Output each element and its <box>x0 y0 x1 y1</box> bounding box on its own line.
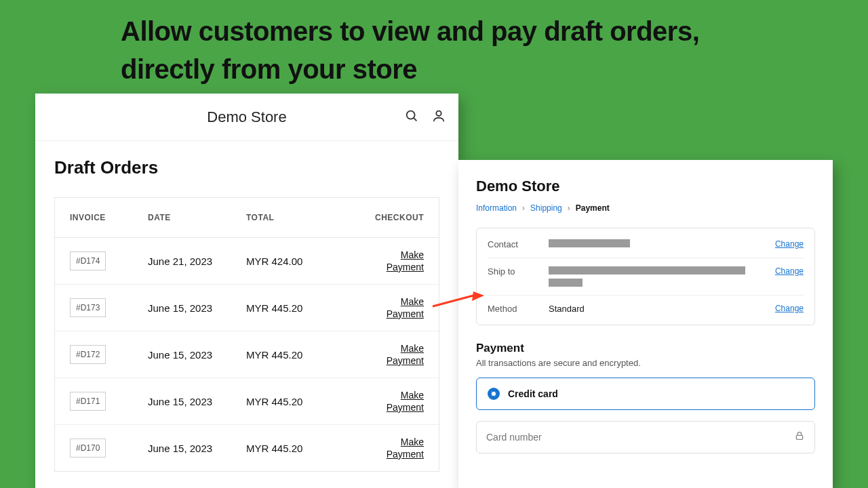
card-number-field[interactable] <box>476 421 815 453</box>
table-row: #D174 June 21, 2023 MYR 424.00 Make Paym… <box>55 238 439 285</box>
order-total: MYR 445.20 <box>246 443 361 454</box>
change-contact-link[interactable]: Change <box>763 239 804 249</box>
table-row: #D170 June 15, 2023 MYR 445.20 Make Paym… <box>55 425 439 471</box>
order-total: MYR 424.00 <box>246 256 361 267</box>
svg-line-1 <box>414 118 416 121</box>
table-row: #D171 June 15, 2023 MYR 445.20 Make Paym… <box>55 378 439 425</box>
make-payment-link[interactable]: Make Payment <box>387 296 424 319</box>
payment-method-label: Credit card <box>508 388 558 399</box>
payment-subheading: All transactions are secure and encrypte… <box>476 358 815 368</box>
table-row: #D172 June 15, 2023 MYR 445.20 Make Paym… <box>55 331 439 378</box>
redacted-contact <box>549 239 757 247</box>
summary-row-method: Method Standard Change <box>488 296 804 322</box>
change-shipto-link[interactable]: Change <box>763 266 804 276</box>
invoice-badge: #D170 <box>70 439 106 458</box>
summary-card: Contact Change Ship to Change Method Sta… <box>476 228 815 325</box>
summary-label-contact: Contact <box>488 239 543 249</box>
store-header: Demo Store <box>35 94 458 141</box>
radio-selected-icon <box>488 388 500 400</box>
invoice-badge: #D171 <box>70 392 106 411</box>
payment-method-credit-card[interactable]: Credit card <box>476 378 815 410</box>
orders-table: INVOICE DATE TOTAL CHECKOUT #D174 June 2… <box>54 197 439 472</box>
order-date: June 15, 2023 <box>148 302 246 314</box>
redacted-shipto <box>549 266 757 287</box>
store-title: Demo Store <box>207 108 286 126</box>
chevron-right-icon: › <box>568 203 570 213</box>
payment-heading: Payment <box>476 342 815 355</box>
checkout-panel: Demo Store Information › Shipping › Paym… <box>458 160 833 488</box>
breadcrumb-payment: Payment <box>576 203 610 213</box>
order-date: June 21, 2023 <box>148 256 246 267</box>
make-payment-link[interactable]: Make Payment <box>387 249 424 272</box>
lock-icon <box>794 430 805 444</box>
search-icon[interactable] <box>404 108 419 126</box>
col-invoice: INVOICE <box>70 213 148 222</box>
make-payment-link[interactable]: Make Payment <box>387 436 424 460</box>
summary-value-method: Standard <box>549 304 757 314</box>
order-total: MYR 445.20 <box>246 349 361 361</box>
col-checkout: CHECKOUT <box>361 213 424 222</box>
checkout-store-name: Demo Store <box>476 178 815 195</box>
col-total: TOTAL <box>246 213 361 222</box>
order-total: MYR 445.20 <box>246 396 361 407</box>
chevron-right-icon: › <box>522 203 525 213</box>
order-total: MYR 445.20 <box>246 302 361 314</box>
breadcrumb: Information › Shipping › Payment <box>476 203 815 213</box>
make-payment-link[interactable]: Make Payment <box>387 390 424 413</box>
summary-label-method: Method <box>488 304 543 314</box>
table-row: #D173 June 15, 2023 MYR 445.20 Make Paym… <box>55 285 439 331</box>
summary-label-shipto: Ship to <box>488 266 543 277</box>
invoice-badge: #D174 <box>70 251 106 270</box>
change-method-link[interactable]: Change <box>763 304 804 313</box>
order-date: June 15, 2023 <box>148 349 246 361</box>
card-number-input[interactable] <box>486 432 794 443</box>
order-date: June 15, 2023 <box>148 443 246 454</box>
order-date: June 15, 2023 <box>148 396 246 407</box>
page-title: Draft Orders <box>54 157 439 178</box>
summary-row-contact: Contact Change <box>488 231 804 258</box>
invoice-badge: #D173 <box>70 298 106 317</box>
invoice-badge: #D172 <box>70 345 106 364</box>
make-payment-link[interactable]: Make Payment <box>387 343 424 366</box>
svg-point-0 <box>407 111 415 119</box>
store-panel: Demo Store Draft Orders INVOICE DATE TOT… <box>35 94 458 488</box>
svg-rect-3 <box>796 435 802 439</box>
col-date: DATE <box>148 213 246 222</box>
svg-point-2 <box>436 111 441 116</box>
marketing-headline: Allow customers to view and pay draft or… <box>121 12 731 88</box>
account-icon[interactable] <box>431 108 446 126</box>
summary-row-shipto: Ship to Change <box>488 258 804 296</box>
table-header: INVOICE DATE TOTAL CHECKOUT <box>55 198 439 238</box>
breadcrumb-information[interactable]: Information <box>476 203 517 213</box>
breadcrumb-shipping[interactable]: Shipping <box>530 203 562 213</box>
